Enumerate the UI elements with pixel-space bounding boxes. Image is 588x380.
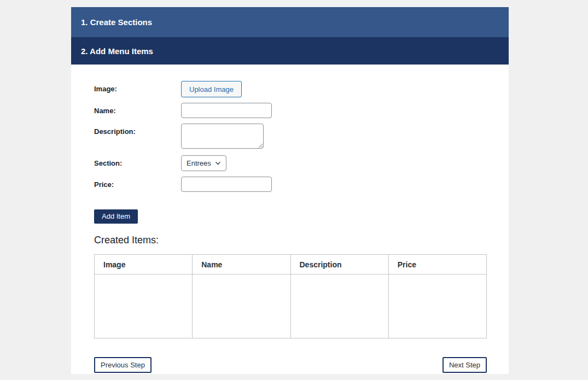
wizard-footer-nav: Previous Step Next Step xyxy=(94,357,487,373)
upload-image-button[interactable]: Upload Image xyxy=(181,81,242,97)
step-header-create-sections-label: 1. Create Sections xyxy=(81,17,152,27)
add-menu-items-form: Image: Upload Image Name: Description: S… xyxy=(71,65,509,374)
price-form-row: Price: xyxy=(94,177,487,192)
table-cell-name xyxy=(193,274,290,338)
created-items-table: Image Name Description Price xyxy=(94,254,487,338)
table-cell-description xyxy=(290,274,388,338)
column-header-name: Name xyxy=(193,255,290,274)
chevron-down-icon xyxy=(215,160,221,166)
column-header-image: Image xyxy=(95,255,193,274)
image-label: Image: xyxy=(94,81,181,93)
section-label: Section: xyxy=(94,155,181,167)
created-items-heading: Created Items: xyxy=(94,235,487,246)
section-form-row: Section: Entrees xyxy=(94,155,487,171)
image-form-row: Image: Upload Image xyxy=(94,81,487,97)
name-form-row: Name: xyxy=(94,103,487,118)
created-items-table-head: Image Name Description Price xyxy=(95,255,487,274)
section-select-value: Entrees xyxy=(187,159,211,167)
column-header-description: Description xyxy=(290,255,388,274)
description-label: Description: xyxy=(94,124,181,136)
next-step-button[interactable]: Next Step xyxy=(443,357,487,373)
table-cell-image xyxy=(95,274,193,338)
name-input[interactable] xyxy=(181,103,272,118)
created-items-table-body xyxy=(95,274,487,338)
section-select[interactable]: Entrees xyxy=(181,155,226,171)
table-header-row: Image Name Description Price xyxy=(95,255,487,274)
previous-step-button[interactable]: Previous Step xyxy=(94,357,152,373)
description-form-row: Description: xyxy=(94,124,487,149)
step-header-add-menu-items-label: 2. Add Menu Items xyxy=(81,46,153,56)
price-label: Price: xyxy=(94,177,181,189)
step-header-create-sections[interactable]: 1. Create Sections xyxy=(71,7,509,37)
name-label: Name: xyxy=(94,103,181,115)
add-item-button[interactable]: Add Item xyxy=(94,209,138,224)
table-cell-price xyxy=(388,274,486,338)
description-textarea[interactable] xyxy=(181,124,264,149)
wizard-panel: 1. Create Sections 2. Add Menu Items Ima… xyxy=(71,7,509,374)
step-header-add-menu-items[interactable]: 2. Add Menu Items xyxy=(71,37,509,65)
price-input[interactable] xyxy=(181,177,272,192)
column-header-price: Price xyxy=(388,255,486,274)
table-row xyxy=(95,274,487,338)
